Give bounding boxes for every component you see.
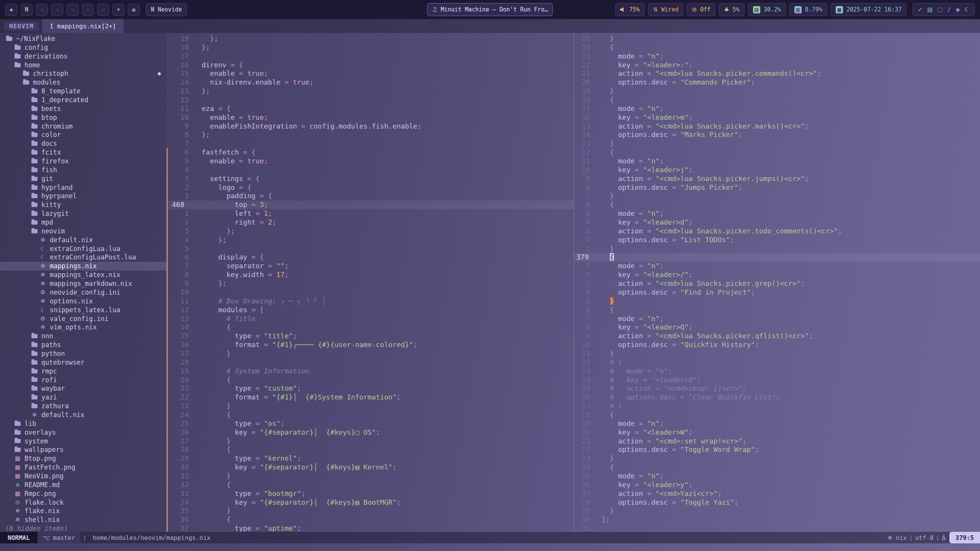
tree-item[interactable]: home	[0, 61, 167, 70]
code-line[interactable]: 2 key = "<leader>/";	[574, 271, 980, 279]
code-line[interactable]: 3 action = "<cmd>lua Snacks.picker.grep(…	[574, 279, 980, 288]
code-line[interactable]: 14 # key = "<leader>Q";	[574, 376, 980, 385]
code-line[interactable]: 8 options.desc = "Jumps Picker";	[574, 183, 980, 192]
code-line[interactable]: 6 display = {	[167, 253, 573, 262]
code-line[interactable]: 17 }	[167, 349, 573, 358]
code-line[interactable]: 22 key = "<leader>:";	[574, 61, 980, 70]
code-line[interactable]: 6 {	[574, 306, 980, 315]
tree-item[interactable]: modules	[0, 78, 167, 87]
code-line[interactable]: 3 settings = {	[167, 174, 573, 183]
code-line[interactable]: 12 # {	[574, 358, 980, 367]
tree-item[interactable]: ⚙vale_config.ini	[0, 315, 167, 323]
code-line[interactable]: 11 }	[574, 349, 980, 358]
code-line[interactable]: 2 logo = {	[167, 183, 573, 192]
tree-item[interactable]: 0_template	[0, 87, 167, 96]
code-line[interactable]: 2 options.desc = "List TODOs";	[574, 236, 980, 245]
code-line[interactable]: 19 mode = "n";	[574, 419, 980, 428]
tree-item[interactable]: ☾extraConfigLuaPost.lua	[0, 253, 167, 262]
tree-item[interactable]: beets	[0, 104, 167, 113]
code-line[interactable]: 12 {	[574, 148, 980, 157]
code-line[interactable]: 19 }	[574, 87, 980, 96]
memory-widget[interactable]: ▤30.2%	[748, 3, 786, 16]
tree-item[interactable]: kitty	[0, 201, 167, 209]
code-line[interactable]: 11 # Box Drawing: ╭ ─ ╮ ╰ ╯ │	[167, 297, 573, 306]
code-line[interactable]: 30 key = "{#separator}│ {#keys}▤ Kernel"…	[167, 463, 573, 472]
tray-icon[interactable]: ◈	[956, 6, 960, 13]
code-line[interactable]: 22 options.desc = "Toggle Word Wrap";	[574, 445, 980, 454]
code-line[interactable]: 5 enable = true;	[167, 157, 573, 166]
code-line[interactable]: 16 key = "<leader>m";	[574, 113, 980, 122]
code-line[interactable]: 15 action = "<cmd>lua Snacks.picker.mark…	[574, 122, 980, 131]
code-line[interactable]: 18 };	[167, 43, 573, 52]
tree-item[interactable]: derivations	[0, 52, 167, 61]
code-line[interactable]: 1 mode = "n";	[574, 262, 980, 271]
code-line[interactable]: 7 separator = "";	[167, 262, 573, 271]
tree-item[interactable]: ❄options.nix	[0, 297, 167, 306]
tree-item[interactable]: nnn	[0, 332, 167, 341]
code-line[interactable]: 21 type = "custom";	[167, 384, 573, 393]
tree-item[interactable]: ~/NixFlake	[0, 34, 167, 43]
tree-item[interactable]: ❄mappings_latex.nix	[0, 271, 167, 279]
tree-item[interactable]: system	[0, 437, 167, 446]
tree-item[interactable]: neovim	[0, 227, 167, 236]
code-line[interactable]: 29 type = "kernel";	[167, 454, 573, 463]
code-line[interactable]: 15 type = "title";	[167, 332, 573, 341]
code-line[interactable]: 11 mode = "n";	[574, 157, 980, 166]
tree-item[interactable]: ❄default.nix	[0, 236, 167, 245]
code-line[interactable]: 32 {	[167, 481, 573, 489]
power-profile-widget[interactable]: ♣5%	[719, 3, 745, 16]
tree-item[interactable]: hyprland	[0, 183, 167, 192]
code-line[interactable]: 10 options.desc = "Quickfix History";	[574, 341, 980, 349]
tree-item[interactable]: fcitx	[0, 148, 167, 157]
tree-item[interactable]: ▦Rmpc.png	[0, 489, 167, 498]
tree-item[interactable]: qutebrowser	[0, 358, 167, 367]
code-line[interactable]: 16 format = "{#1}╭──── {#}{user-name-col…	[167, 341, 573, 349]
tree-item[interactable]: lazygit	[0, 209, 167, 218]
code-line[interactable]: 36 {	[167, 515, 573, 524]
code-line[interactable]: 10 enable = true;	[167, 113, 573, 122]
code-line[interactable]: 4	[167, 166, 573, 174]
code-line[interactable]: 24 {	[574, 43, 980, 52]
tree-item[interactable]: ❄mappings.nix	[0, 262, 167, 271]
tree-item[interactable]: rofi	[0, 376, 167, 385]
tree-item[interactable]: ⚙neovide_config.ini	[0, 288, 167, 297]
code-line[interactable]: 4 key = "<leader>d";	[574, 218, 980, 227]
tree-item[interactable]: ☾extraConfigLua.lua	[0, 245, 167, 253]
tree-item[interactable]: fish	[0, 166, 167, 174]
code-line[interactable]: 8 key.width = 17;	[167, 271, 573, 279]
network-widget[interactable]: ⇅Wired	[648, 3, 684, 16]
tree-item[interactable]: color	[0, 130, 167, 139]
code-line[interactable]: 10	[167, 288, 573, 297]
code-line[interactable]: 7	[167, 139, 573, 148]
code-line[interactable]: 23 mode = "n";	[574, 52, 980, 61]
code-line[interactable]: 29 }	[574, 507, 980, 515]
code-line[interactable]: 31 }	[167, 472, 573, 481]
code-line[interactable]: 9 action = "<cmd>lua Snacks.picker.jumps…	[574, 174, 980, 183]
code-line[interactable]: 8 };	[167, 130, 573, 139]
workspace-button[interactable]: ▫	[82, 4, 94, 16]
code-line[interactable]: 5	[167, 245, 573, 253]
tab-mappings-nix[interactable]: 1 mappings.nix[2+]	[42, 19, 124, 33]
tree-item[interactable]: docs	[0, 139, 167, 148]
volume-widget[interactable]: 75%	[615, 3, 645, 16]
workspace-button[interactable]: ◆	[5, 4, 17, 16]
code-line[interactable]: 23 }	[167, 402, 573, 411]
tree-item[interactable]: ▦FastFetch.png	[0, 463, 167, 472]
tree-item[interactable]: 1_deprecated	[0, 96, 167, 104]
workspace-button[interactable]: ♦	[113, 4, 124, 16]
code-line[interactable]: 18 {	[574, 411, 980, 419]
workspace-button[interactable]: ▫	[67, 4, 78, 16]
editor-left[interactable]: 19 };18 };1716 direnv = {15 enable = tru…	[167, 33, 573, 532]
code-line[interactable]: 4 options.desc = "Find in Project";	[574, 288, 980, 297]
code-line[interactable]: 20 key = "<leader>W";	[574, 428, 980, 437]
code-line[interactable]: 23 }	[574, 454, 980, 463]
music-widget[interactable]: ♫ Minuit Machine – Don't Run Fro…	[427, 3, 553, 16]
tree-item[interactable]: overlays	[0, 428, 167, 437]
code-line[interactable]: 14 options.desc = "Marks Picker";	[574, 130, 980, 139]
code-line[interactable]: 21 action = "<cmd>:set wrap!<cr>";	[574, 437, 980, 446]
code-line[interactable]: 1 left = 1;	[167, 209, 573, 218]
code-line[interactable]: 24 {	[574, 463, 980, 472]
code-line[interactable]: 26 key = "<leader>y";	[574, 481, 980, 489]
tree-item[interactable]: rmpc	[0, 367, 167, 376]
notifications-widget[interactable]: ⊘Off	[687, 3, 715, 16]
